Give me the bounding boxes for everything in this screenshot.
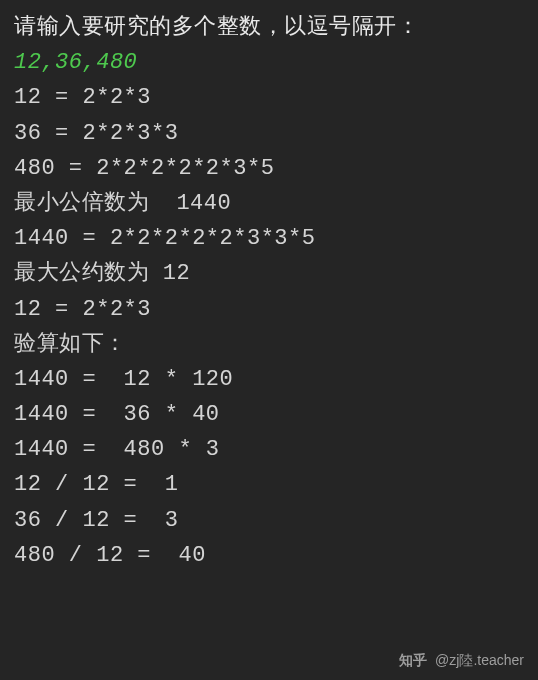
output-line: 480 = 2*2*2*2*2*3*5 — [14, 151, 524, 186]
watermark-brand: 知乎 — [399, 652, 427, 668]
watermark: 知乎 @zj陸.teacher — [399, 652, 524, 670]
output-line: 36 / 12 = 3 — [14, 503, 524, 538]
output-line: 36 = 2*2*3*3 — [14, 116, 524, 151]
output-line: 1440 = 480 * 3 — [14, 432, 524, 467]
output-line: 12 = 2*2*3 — [14, 80, 524, 115]
output-line: 最大公约数为 12 — [14, 256, 524, 291]
output-line: 验算如下： — [14, 327, 524, 362]
output-line: 12 / 12 = 1 — [14, 467, 524, 502]
output-line: 480 / 12 = 40 — [14, 538, 524, 573]
user-input: 12,36,480 — [14, 45, 524, 80]
output-line: 最小公倍数为 1440 — [14, 186, 524, 221]
output-line: 1440 = 2*2*2*2*2*3*3*5 — [14, 221, 524, 256]
output-line: 1440 = 36 * 40 — [14, 397, 524, 432]
output-line: 1440 = 12 * 120 — [14, 362, 524, 397]
output-line: 12 = 2*2*3 — [14, 292, 524, 327]
watermark-handle: @zj陸.teacher — [435, 652, 524, 668]
input-prompt: 请输入要研究的多个整数，以逗号隔开： — [14, 10, 524, 45]
